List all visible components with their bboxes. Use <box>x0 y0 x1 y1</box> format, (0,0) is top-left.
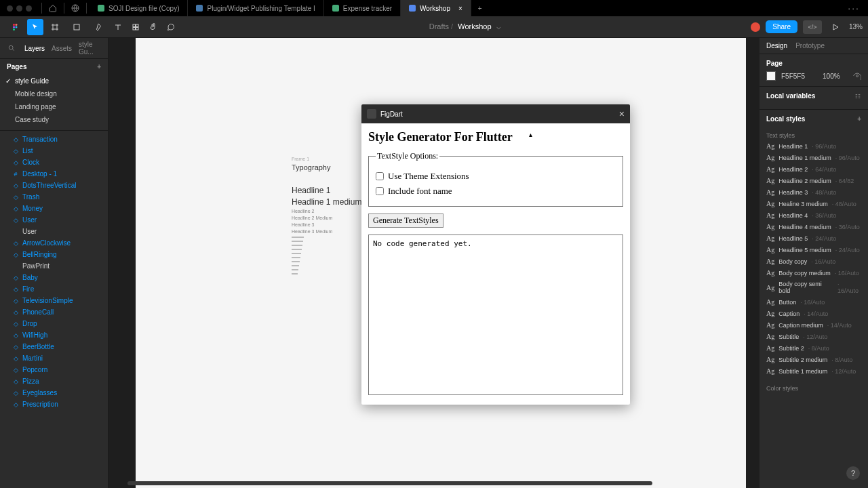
overflow-menu[interactable]: ··· <box>840 3 868 14</box>
opt-theme-extensions[interactable]: Use Theme Extensions <box>376 171 616 182</box>
hand-tool[interactable] <box>145 19 161 35</box>
text-style-item[interactable]: AgHealine 3 medium · 48/Auto <box>760 198 868 209</box>
comment-tool[interactable] <box>163 19 179 35</box>
max-dot[interactable] <box>26 5 32 12</box>
layer-item[interactable]: ◇Pizza <box>0 375 108 387</box>
tab-prototype[interactable]: Prototype <box>795 42 825 49</box>
layer-item[interactable]: User <box>0 226 108 237</box>
layer-item[interactable]: ◇List <box>0 145 108 157</box>
text-style-item[interactable]: AgHeadline 5 medium · 24/Auto <box>760 244 868 256</box>
close-icon[interactable]: × <box>619 108 625 119</box>
share-button[interactable]: Share <box>766 20 797 33</box>
checkbox-include-font-name[interactable] <box>376 187 384 195</box>
home-icon[interactable] <box>45 4 61 12</box>
layer-item[interactable]: #Desktop - 1 <box>0 168 108 180</box>
text-tool[interactable] <box>110 19 126 35</box>
close-tab-icon[interactable]: × <box>458 5 462 12</box>
search-icon[interactable] <box>5 45 18 52</box>
page-item[interactable]: Mobile design <box>0 87 108 100</box>
layer-item[interactable]: ◇WifiHigh <box>0 329 108 341</box>
layer-item[interactable]: ◇Transaction <box>0 134 108 145</box>
page-opacity[interactable]: 100% <box>823 73 840 80</box>
tab-layers[interactable]: Layers <box>24 45 45 52</box>
community-icon[interactable] <box>67 4 83 12</box>
layer-item[interactable]: ◇Martini <box>0 352 108 364</box>
text-style-item[interactable]: AgHeadline 5 · 24/Auto <box>760 232 868 244</box>
layer-item[interactable]: ◇Popcorn <box>0 364 108 375</box>
file-tab[interactable]: Workshop× <box>401 0 471 16</box>
min-dot[interactable] <box>16 5 22 12</box>
horizontal-scrollbar[interactable] <box>127 481 652 485</box>
layer-item[interactable]: ◇PhoneCall <box>0 306 108 318</box>
generate-button[interactable]: Generate TextStyles <box>368 214 443 228</box>
text-style-item[interactable]: AgHeadline 4 medium · 36/Auto <box>760 221 868 232</box>
page-item[interactable]: style Guide <box>0 75 108 87</box>
text-style-item[interactable]: AgBody copy semi bold · 16/Auto <box>760 279 868 296</box>
zoom-level[interactable]: 13% <box>849 23 863 30</box>
layer-item[interactable]: ◇Eyeglasses <box>0 387 108 399</box>
text-style-item[interactable]: AgCaption medium · 14/Auto <box>760 319 868 331</box>
tab-assets[interactable]: Assets <box>52 45 72 52</box>
layer-item[interactable]: ◇Fire <box>0 283 108 295</box>
layer-item[interactable]: ◇Clock <box>0 157 108 168</box>
move-tool[interactable] <box>27 19 43 35</box>
add-style-button[interactable]: + <box>857 115 861 123</box>
close-dot[interactable] <box>7 5 13 12</box>
layer-item[interactable]: ◇BeerBottle <box>0 341 108 352</box>
text-style-item[interactable]: AgBody copy medium · 16/Auto <box>760 267 868 279</box>
text-style-item[interactable]: AgHeadline 2 medium · 64/82 <box>760 175 868 186</box>
checkbox-theme-extensions[interactable] <box>376 172 384 180</box>
visibility-icon[interactable] <box>853 72 861 80</box>
avatar[interactable] <box>751 22 760 32</box>
help-button[interactable]: ? <box>846 466 860 480</box>
code-output[interactable] <box>368 235 623 395</box>
file-tab[interactable]: Plugin/Widget Publishing Template I <box>188 0 323 16</box>
text-style-item[interactable]: AgButton · 16/Auto <box>760 296 868 308</box>
new-tab-button[interactable]: + <box>471 5 489 12</box>
dev-mode-toggle[interactable]: </> <box>803 20 822 34</box>
text-style-item[interactable]: AgSubtitle 1 medium · 12/Auto <box>760 365 868 377</box>
layer-item[interactable]: ◇Drop <box>0 318 108 329</box>
layer-item[interactable]: ◇Prescription <box>0 399 108 410</box>
layer-item[interactable]: PawPrint <box>0 260 108 272</box>
page-color-value[interactable]: F5F5F5 <box>781 73 805 80</box>
layer-item[interactable]: ◇Trash <box>0 191 108 203</box>
text-style-item[interactable]: AgSubtitle 2 · 8/Auto <box>760 342 868 354</box>
breadcrumb[interactable]: Drafts / Workshop ⌵ <box>429 22 501 31</box>
text-style-item[interactable]: AgHeadline 1 · 96/Auto <box>760 140 868 152</box>
page-item[interactable]: Case study <box>0 113 108 126</box>
plugin-header[interactable]: FigDart × <box>361 104 630 123</box>
resources-tool[interactable] <box>127 19 144 35</box>
shape-tool[interactable] <box>66 19 87 35</box>
figma-menu[interactable] <box>5 19 26 35</box>
pen-tool[interactable] <box>88 19 108 35</box>
file-tab[interactable]: SOJI Design file (Copy) <box>90 0 188 16</box>
layer-item[interactable]: ◇Baby <box>0 272 108 283</box>
tab-page-selector[interactable]: style Gu... <box>79 41 102 56</box>
text-style-item[interactable]: AgHeadline 3 · 48/Auto <box>760 186 868 198</box>
frame-tool[interactable] <box>45 19 65 35</box>
opt-include-font-name[interactable]: Include font name <box>376 186 616 197</box>
layer-item[interactable]: ◇DotsThreeVertical <box>0 180 108 191</box>
text-style-item[interactable]: AgHeadline 1 medium · 96/Auto <box>760 152 868 163</box>
layer-item[interactable]: ◇TelevisionSimple <box>0 295 108 306</box>
add-page-button[interactable]: + <box>97 63 101 70</box>
text-style-item[interactable]: AgSubtitle 2 medium · 8/Auto <box>760 354 868 365</box>
layer-item[interactable]: ◇ArrowClockwise <box>0 237 108 249</box>
layer-item[interactable]: ◇BellRinging <box>0 249 108 260</box>
page-color-swatch[interactable] <box>766 71 776 81</box>
tab-design[interactable]: Design <box>766 42 787 49</box>
layer-item[interactable]: ◇User <box>0 214 108 226</box>
file-tab[interactable]: Expense tracker <box>324 0 401 16</box>
window-controls[interactable] <box>0 5 39 12</box>
present-button[interactable] <box>827 19 844 35</box>
page-item[interactable]: Landing page <box>0 100 108 113</box>
text-style-item[interactable]: AgSubtitle · 12/Auto <box>760 331 868 342</box>
layer-item[interactable]: ◇Money <box>0 203 108 214</box>
text-style-item[interactable]: AgBody copy · 16/Auto <box>760 256 868 267</box>
text-style-item[interactable]: AgHeadline 2 · 64/Auto <box>760 163 868 175</box>
variables-settings-icon[interactable] <box>854 93 861 100</box>
text-style-item[interactable]: AgHeadline 4 · 36/Auto <box>760 209 868 221</box>
text-style-item[interactable]: AgCaption · 14/Auto <box>760 308 868 319</box>
canvas[interactable]: Frame 1 Typography Headline 1Headline 1 … <box>108 38 760 488</box>
